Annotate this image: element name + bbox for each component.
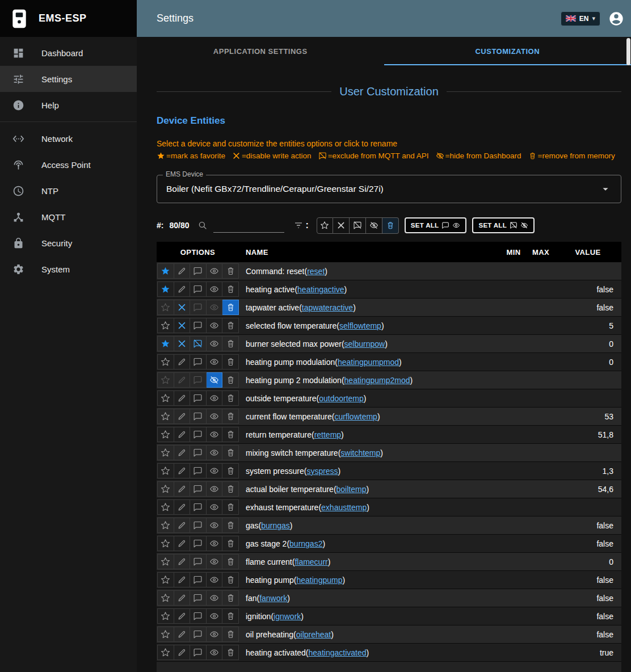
exclude-mqtt-icon[interactable] [190,336,207,351]
entity-code-link[interactable]: selflowtemp [339,321,381,330]
exclude-mqtt-icon[interactable] [190,645,207,660]
edit-rename-icon[interactable] [174,336,191,351]
edit-rename-icon[interactable] [174,499,191,515]
entity-code-link[interactable]: heatingactive [297,285,344,294]
remove-memory-icon[interactable] [222,372,239,388]
entity-name[interactable]: Command: reset (reset) [239,262,500,280]
remove-memory-icon[interactable] [222,554,239,569]
entity-code-link[interactable]: burngas [261,521,290,530]
user-avatar-icon[interactable] [608,11,624,27]
edit-rename-icon[interactable] [174,572,191,587]
edit-rename-icon[interactable] [174,263,191,279]
entity-code-link[interactable]: exhausttemp [321,503,367,512]
remove-memory-icon[interactable] [222,572,239,587]
favorite-star-icon[interactable] [157,645,174,660]
favorite-star-icon[interactable] [157,572,174,587]
hide-dashboard-icon[interactable] [207,409,223,424]
exclude-mqtt-icon[interactable] [190,409,207,424]
entity-code-link[interactable]: fanwork [259,594,287,603]
remove-memory-icon[interactable] [222,627,239,642]
entity-code-link[interactable]: rettemp [314,430,341,439]
sidebar-item-mqtt[interactable]: MQTT [0,204,137,230]
favorite-star-icon[interactable] [157,354,174,369]
sidebar-item-dashboard[interactable]: Dashboard [0,40,137,66]
edit-rename-icon[interactable] [174,427,191,442]
edit-rename-icon[interactable] [174,300,191,315]
scrollbar-thumb[interactable] [626,38,630,65]
exclude-mqtt-icon[interactable] [190,390,207,406]
hide-dashboard-icon[interactable] [207,372,223,388]
favorite-star-icon[interactable] [157,463,174,478]
hide-dashboard-icon[interactable] [207,572,223,587]
entity-name[interactable]: current flow temperature (curflowtemp) [239,408,500,425]
remove-memory-icon[interactable] [222,590,239,606]
favorite-star-icon[interactable] [157,336,174,351]
set-all-hidden-button[interactable]: SET ALL [472,217,535,233]
exclude-mqtt-icon[interactable] [190,590,207,606]
sidebar-item-security[interactable]: Security [0,230,137,256]
remove-memory-icon[interactable] [222,608,239,624]
filter-exclude-mqtt-toggle[interactable] [350,217,366,234]
hide-dashboard-icon[interactable] [207,536,223,551]
remove-memory-icon[interactable] [222,463,239,478]
remove-memory-icon[interactable] [222,318,239,333]
hide-dashboard-icon[interactable] [207,590,223,606]
filter-favorite-toggle[interactable] [317,217,333,234]
entity-code-link[interactable]: boiltemp [336,485,367,494]
filter-remove-memory-toggle[interactable] [382,217,399,234]
edit-rename-icon[interactable] [174,354,191,369]
entity-code-link[interactable]: ignwork [274,612,301,621]
filter-disable-write-toggle[interactable] [333,217,350,234]
edit-rename-icon[interactable] [174,627,191,642]
hide-dashboard-icon[interactable] [207,445,223,460]
hide-dashboard-icon[interactable] [207,282,223,297]
exclude-mqtt-icon[interactable] [190,608,207,624]
set-all-visible-button[interactable]: SET ALL [405,217,467,233]
hide-dashboard-icon[interactable] [207,518,223,533]
exclude-mqtt-icon[interactable] [190,572,207,587]
hide-dashboard-icon[interactable] [207,554,223,569]
favorite-star-icon[interactable] [157,518,174,533]
entity-code-link[interactable]: heatingpump [297,576,343,585]
entity-name[interactable]: heating pump modulation (heatingpumpmod) [239,353,500,371]
remove-memory-icon[interactable] [222,282,239,297]
exclude-mqtt-icon[interactable] [190,499,207,515]
entity-name[interactable]: exhaust temperature (exhausttemp) [239,498,500,516]
entity-code-link[interactable]: syspress [306,467,338,476]
favorite-star-icon[interactable] [157,536,174,551]
sidebar-item-settings[interactable]: Settings [0,66,137,92]
entity-code-link[interactable]: switchtemp [340,448,380,457]
exclude-mqtt-icon[interactable] [190,445,207,460]
exclude-mqtt-icon[interactable] [190,300,207,315]
sidebar-item-system[interactable]: System [0,256,137,282]
edit-rename-icon[interactable] [174,518,191,533]
favorite-star-icon[interactable] [157,282,174,297]
edit-rename-icon[interactable] [174,554,191,569]
favorite-star-icon[interactable] [157,427,174,442]
remove-memory-icon[interactable] [222,390,239,406]
exclude-mqtt-icon[interactable] [190,282,207,297]
remove-memory-icon[interactable] [222,481,239,497]
hide-dashboard-icon[interactable] [207,354,223,369]
exclude-mqtt-icon[interactable] [190,427,207,442]
filter-hide-dashboard-toggle[interactable] [366,217,382,234]
favorite-star-icon[interactable] [157,499,174,515]
entity-name[interactable]: burner selected max power (selburnpow) [239,335,500,352]
hide-dashboard-icon[interactable] [207,627,223,642]
entity-name[interactable]: heating active (heatingactive) [239,280,500,298]
remove-memory-icon[interactable] [222,499,239,515]
remove-memory-icon[interactable] [222,354,239,369]
hide-dashboard-icon[interactable] [207,463,223,478]
entity-name[interactable]: heating pump (heatingpump) [239,571,500,589]
entity-name[interactable]: heating pump 2 modulation (heatingpump2m… [239,371,500,389]
edit-rename-icon[interactable] [174,481,191,497]
entity-name[interactable]: oil preheating (oilpreheat) [239,625,500,643]
entity-code-link[interactable]: outdoortemp [319,394,364,403]
entity-name[interactable]: gas stage 2 (burngas2) [239,535,500,552]
entity-name[interactable]: actual boiler temperature (boiltemp) [239,480,500,498]
tab-customization[interactable]: CUSTOMIZATION [384,37,631,65]
remove-memory-icon[interactable] [222,300,239,315]
sidebar-item-network[interactable]: Network [0,125,137,152]
exclude-mqtt-icon[interactable] [190,263,207,279]
tab-application-settings[interactable]: APPLICATION SETTINGS [137,37,384,65]
